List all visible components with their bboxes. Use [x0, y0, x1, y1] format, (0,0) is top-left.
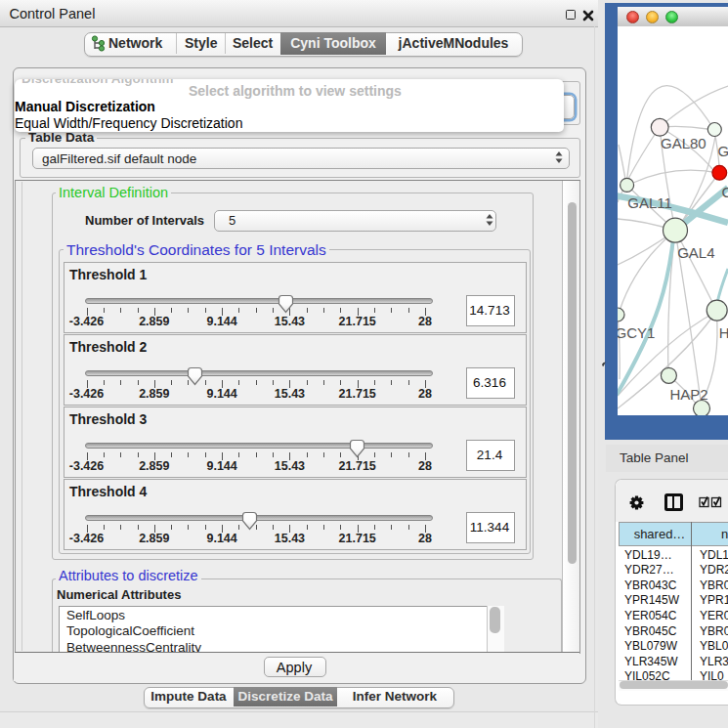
svg-text:C: C — [721, 184, 728, 200]
svg-text:GAL4: GAL4 — [677, 244, 714, 261]
svg-text:GA: GA — [718, 143, 728, 159]
svg-text:HAP2: HAP2 — [669, 386, 707, 403]
svg-text:GAL11: GAL11 — [627, 194, 672, 211]
svg-text:GCY1: GCY1 — [618, 324, 655, 341]
svg-text:H: H — [719, 324, 728, 341]
svg-text:GAL80: GAL80 — [661, 135, 707, 151]
